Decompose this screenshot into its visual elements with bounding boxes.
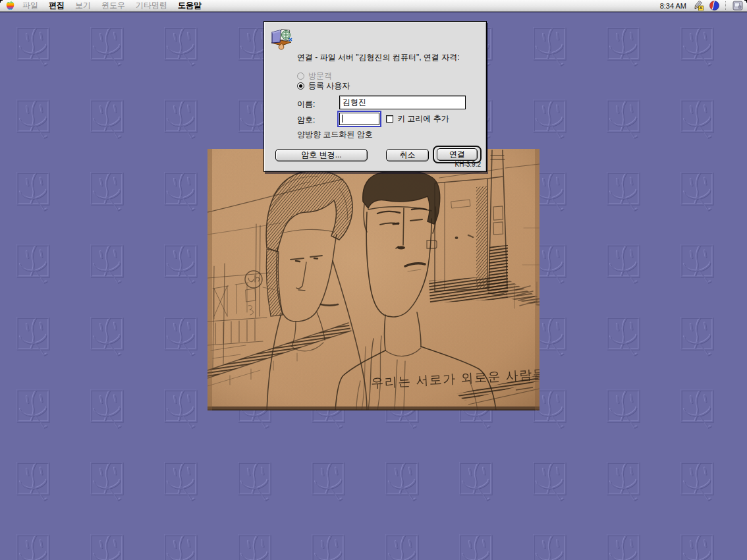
dialog-title: 연결 - 파일 서버 "김형진의 컴퓨터", 연결 자격: — [297, 53, 480, 63]
password-label: 암호: — [297, 115, 315, 126]
menu-special: 기타명령 — [130, 0, 173, 11]
menubar-separator — [725, 1, 727, 10]
radio-guest-circle — [297, 72, 304, 80]
menu-edit[interactable]: 편집 — [43, 0, 70, 11]
keychain-checkbox-row[interactable]: 키 고리에 추가 — [386, 113, 449, 125]
screen: 파일 편집 보기 윈도우 기타명령 도움말 8:34 AM — [0, 0, 747, 560]
apple-logo-icon — [6, 1, 14, 11]
name-label: 이름: — [297, 99, 315, 110]
keychain-checkbox[interactable] — [386, 115, 393, 123]
screen-corner-left — [0, 0, 4, 4]
screen-corner-right — [743, 0, 747, 4]
name-input[interactable]: 김형진 — [339, 96, 466, 109]
desktop-artwork-sketch: 우리는 서로가 외로운 사람들 — [208, 149, 540, 410]
keychain-checkbox-label: 키 고리에 추가 — [397, 113, 449, 125]
menu-clock[interactable]: 8:34 AM — [660, 2, 686, 10]
radio-guest: 방문객 — [297, 72, 332, 80]
password-encryption-hint: 양방향 코드화된 암호 — [297, 129, 373, 140]
client-version: KH-3.9.2 — [455, 161, 481, 168]
password-input[interactable] — [337, 111, 381, 127]
connect-to-server-dialog: 연결 - 파일 서버 "김형진의 컴퓨터", 연결 자격: 방문객 등록 사용자… — [263, 21, 487, 172]
menu-window: 윈도우 — [96, 0, 130, 11]
radio-registered-circle[interactable] — [297, 82, 304, 90]
application-sphere-icon[interactable] — [709, 1, 719, 11]
text-caret — [342, 115, 343, 123]
input-method-pencil-icon[interactable] — [692, 1, 704, 11]
menu-file: 파일 — [17, 0, 43, 11]
file-server-icon — [270, 27, 294, 52]
menu-bar: 파일 편집 보기 윈도우 기타명령 도움말 8:34 AM — [0, 0, 747, 12]
apple-menu[interactable] — [6, 1, 14, 11]
cancel-button[interactable]: 취소 — [386, 149, 429, 161]
menu-help[interactable]: 도움말 — [173, 0, 207, 11]
menu-view: 보기 — [70, 0, 96, 11]
radio-registered-user[interactable]: 등록 사용자 — [297, 82, 350, 90]
change-password-button[interactable]: 암호 변경... — [275, 149, 368, 161]
application-menu-icon[interactable] — [733, 1, 743, 11]
connect-button[interactable]: 연결 — [437, 148, 478, 161]
